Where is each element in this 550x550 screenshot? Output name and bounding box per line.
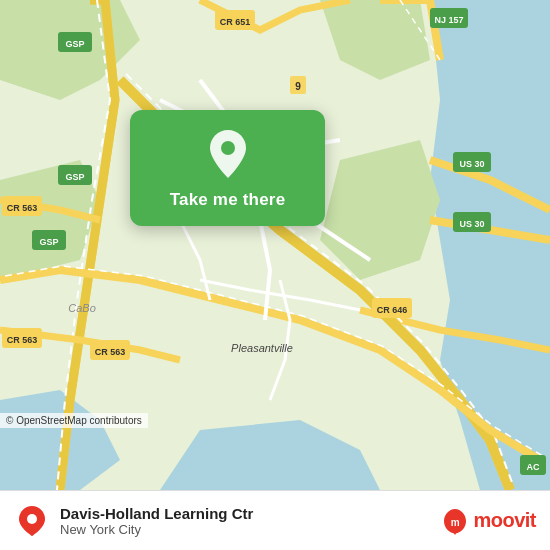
bottom-text: Davis-Holland Learning Ctr New York City [60,505,253,537]
svg-point-31 [27,514,37,524]
location-pin-icon [206,128,250,180]
map-container: GSP GSP GSP CR 651 NJ 157 US 30 US 30 CR… [0,0,550,490]
svg-text:CaBo: CaBo [68,302,96,314]
moovit-label: moovit [473,509,536,532]
svg-text:US 30: US 30 [459,219,484,229]
svg-text:GSP: GSP [39,237,58,247]
bottom-location-icon [14,503,50,539]
svg-text:CR 646: CR 646 [377,305,408,315]
svg-text:CR 563: CR 563 [95,347,126,357]
location-name: Davis-Holland Learning Ctr [60,505,253,522]
moovit-logo: m moovit [441,507,536,535]
map-attribution: © OpenStreetMap contributors [0,413,148,428]
svg-text:9: 9 [295,81,301,92]
svg-text:AC: AC [527,462,540,472]
svg-text:US 30: US 30 [459,159,484,169]
svg-text:m: m [451,517,460,528]
bottom-bar: Davis-Holland Learning Ctr New York City… [0,490,550,550]
svg-text:CR 651: CR 651 [220,17,251,27]
svg-text:CR 563: CR 563 [7,335,38,345]
svg-text:CR 563: CR 563 [7,203,38,213]
moovit-icon: m [441,507,469,535]
svg-text:Pleasantville: Pleasantville [231,342,293,354]
svg-point-30 [221,141,235,155]
svg-text:GSP: GSP [65,172,84,182]
location-city: New York City [60,522,253,537]
take-me-there-popup[interactable]: Take me there [130,110,325,226]
popup-label: Take me there [170,190,286,210]
svg-text:NJ 157: NJ 157 [434,15,463,25]
svg-text:GSP: GSP [65,39,84,49]
